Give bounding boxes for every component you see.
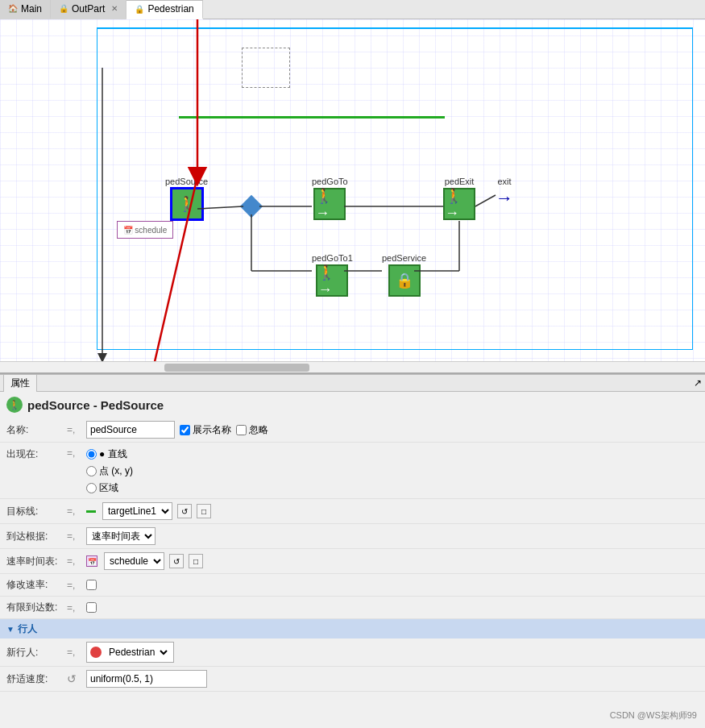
value-target-line: targetLine1 ↺ □ bbox=[86, 502, 699, 520]
radio-line[interactable]: ● 直线 bbox=[86, 447, 127, 461]
select-arrive-by[interactable]: 速率时间表 时间间隔 数量 bbox=[86, 527, 156, 545]
label-comfort-speed: 舒适速度: bbox=[6, 672, 67, 686]
node-pedSource[interactable]: pedSource 🚶 bbox=[165, 177, 208, 220]
props-row-appear: 出现在: =, ● 直线 点 (x, y) 区域 bbox=[0, 443, 705, 499]
section-label-pedestrian: 行人 bbox=[18, 622, 37, 636]
checkbox-ignore[interactable]: 忽略 bbox=[236, 423, 268, 437]
target-line-btn2[interactable]: □ bbox=[197, 504, 211, 518]
refresh-icon[interactable]: ↺ bbox=[67, 672, 77, 685]
pedSource-label: pedSource bbox=[165, 177, 208, 186]
props-row-modify-rate: 修改速率: =, bbox=[0, 574, 705, 597]
scrollbar-thumb[interactable] bbox=[164, 364, 309, 372]
equals-limited-arrive: =, bbox=[67, 602, 86, 614]
select-pedestrian[interactable]: Pedestrian bbox=[104, 643, 170, 661]
canvas-area[interactable]: 📅 schedule pedSource 🚶 pedGoTo 🚶→ pedExi… bbox=[0, 19, 705, 374]
tab-pedestrian-icon: 🔒 bbox=[135, 5, 144, 14]
props-row-name: 名称: =, 展示名称 忽略 bbox=[0, 418, 705, 443]
equals-appear: =, bbox=[67, 447, 86, 459]
equals-target-line: =, bbox=[67, 505, 86, 517]
node-pedGoTo1[interactable]: pedGoTo1 🚶→ bbox=[312, 253, 353, 297]
exit-arrow: → bbox=[496, 188, 513, 209]
ped-icon bbox=[90, 647, 102, 658]
equals-modify-rate: =, bbox=[67, 580, 86, 591]
select-rate-schedule[interactable]: schedule bbox=[104, 552, 164, 570]
canvas-dashed-rect bbox=[242, 48, 290, 88]
tab-main-icon: 🏠 bbox=[8, 4, 18, 13]
value-limited-arrive bbox=[86, 602, 699, 613]
value-new-ped: Pedestrian bbox=[86, 642, 699, 663]
green-line-icon bbox=[86, 510, 96, 513]
value-comfort-speed bbox=[86, 670, 699, 688]
pedGoTo-label: pedGoTo bbox=[312, 177, 348, 186]
schedule-label: 📅 schedule bbox=[123, 226, 168, 235]
section-pedestrian: ▼ 行人 bbox=[0, 619, 705, 639]
pedExit-box[interactable]: 🚶→ bbox=[443, 188, 475, 220]
label-modify-rate: 修改速率: bbox=[6, 578, 67, 592]
schedule-box: 📅 schedule bbox=[117, 221, 173, 239]
label-new-ped: 新行人: bbox=[6, 646, 67, 659]
value-modify-rate bbox=[86, 580, 699, 590]
exit-label: exit bbox=[497, 177, 511, 186]
pedService-label: pedService bbox=[382, 253, 426, 263]
pedService-box[interactable]: 🔒 bbox=[388, 264, 421, 297]
checkbox-show-name[interactable]: 展示名称 bbox=[180, 423, 231, 437]
watermark: CSDN @WS架构师99 bbox=[610, 709, 697, 722]
node-schedule[interactable]: 📅 schedule bbox=[117, 221, 173, 239]
props-panel-tab[interactable]: 属性 bbox=[3, 374, 37, 392]
radio-area[interactable]: 区域 bbox=[86, 481, 118, 495]
tab-outpart-close[interactable]: ✕ bbox=[111, 4, 118, 13]
radio-point[interactable]: 点 (x, y) bbox=[86, 464, 133, 478]
expand-icon[interactable]: ↗ bbox=[694, 377, 702, 389]
props-title: 🚶 pedSource - PedSource bbox=[0, 392, 705, 418]
checkbox-modify-rate[interactable] bbox=[86, 580, 97, 590]
value-name: 展示名称 忽略 bbox=[86, 421, 699, 439]
equals-name: =, bbox=[67, 424, 86, 435]
pedExit-label: pedExit bbox=[445, 177, 475, 186]
equals-arrive-by: =, bbox=[67, 530, 86, 542]
props-title-text: pedSource - PedSource bbox=[27, 398, 164, 412]
select-target-line[interactable]: targetLine1 bbox=[102, 502, 172, 520]
pedSource-box[interactable]: 🚶 bbox=[171, 188, 203, 220]
props-row-arrive-by: 到达根据: =, 速率时间表 时间间隔 数量 bbox=[0, 524, 705, 549]
label-appear: 出现在: bbox=[6, 447, 67, 461]
canvas-green-line bbox=[179, 116, 445, 119]
value-appear: ● 直线 点 (x, y) 区域 bbox=[86, 447, 699, 495]
node-pedService[interactable]: pedService 🔒 bbox=[382, 253, 426, 297]
pedGoTo1-box[interactable]: 🚶→ bbox=[316, 264, 348, 297]
horizontal-scrollbar[interactable] bbox=[0, 361, 705, 372]
label-target-line: 目标线: bbox=[6, 505, 67, 518]
props-panel-icons: ↗ bbox=[694, 377, 702, 389]
schedule-icon: 📅 bbox=[86, 555, 97, 567]
rate-schedule-btn2[interactable]: □ bbox=[189, 554, 203, 568]
label-limited-arrive: 有限到达数: bbox=[6, 601, 67, 614]
section-arrow-pedestrian: ▼ bbox=[6, 625, 15, 634]
pedestrian-badge: Pedestrian bbox=[86, 642, 174, 663]
props-row-comfort-speed: 舒适速度: ↺ bbox=[0, 667, 705, 692]
props-row-rate-schedule: 速率时间表: =, 📅 schedule ↺ □ bbox=[0, 549, 705, 574]
tab-outpart[interactable]: 🔒 OutPart ✕ bbox=[51, 0, 126, 19]
pedGoTo1-label: pedGoTo1 bbox=[312, 253, 353, 263]
rate-schedule-btn1[interactable]: ↺ bbox=[169, 554, 184, 568]
pedGoTo-box[interactable]: 🚶→ bbox=[313, 188, 346, 220]
node-pedGoTo[interactable]: pedGoTo 🚶→ bbox=[312, 177, 348, 220]
value-arrive-by: 速率时间表 时间间隔 数量 bbox=[86, 527, 699, 545]
tab-bar: 🏠 Main 🔒 OutPart ✕ 🔒 Pedestrian bbox=[0, 0, 705, 19]
tab-outpart-icon: 🔒 bbox=[59, 4, 68, 13]
equals-comfort-speed: ↺ bbox=[67, 672, 86, 685]
input-name[interactable] bbox=[86, 421, 175, 439]
props-row-new-ped: 新行人: =, Pedestrian bbox=[0, 639, 705, 667]
tab-main[interactable]: 🏠 Main bbox=[0, 0, 51, 19]
canvas-blue-line-top bbox=[97, 27, 693, 29]
props-row-limited-arrive: 有限到达数: =, bbox=[0, 597, 705, 619]
checkbox-limited-arrive[interactable] bbox=[86, 602, 97, 613]
tab-pedestrian-label: Pedestrian bbox=[147, 3, 193, 15]
target-line-btn1[interactable]: ↺ bbox=[177, 504, 192, 518]
node-exit: exit → bbox=[496, 177, 513, 209]
props-title-icon: 🚶 bbox=[6, 397, 23, 413]
input-comfort-speed[interactable] bbox=[86, 670, 207, 688]
label-arrive-by: 到达根据: bbox=[6, 530, 67, 543]
tab-main-label: Main bbox=[21, 3, 42, 15]
tab-pedestrian[interactable]: 🔒 Pedestrian bbox=[126, 0, 202, 19]
node-pedExit[interactable]: pedExit 🚶→ bbox=[443, 177, 475, 220]
diamond-connector bbox=[243, 198, 259, 214]
